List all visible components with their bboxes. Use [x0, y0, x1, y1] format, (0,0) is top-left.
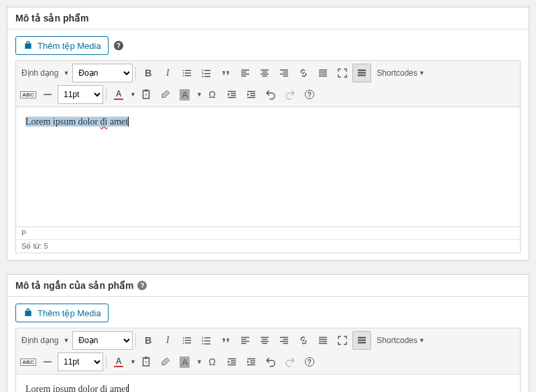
readmore-icon: [317, 67, 329, 79]
italic-button[interactable]: I: [158, 64, 177, 82]
quote-icon: [220, 334, 232, 346]
paste-text-button[interactable]: T: [137, 85, 155, 104]
bold-button[interactable]: B: [139, 331, 157, 350]
strikethrough-button[interactable]: ABC: [19, 352, 38, 371]
align-left-icon: [239, 334, 251, 346]
text-color-button[interactable]: A: [109, 85, 128, 104]
toolbar-toggle-icon: [356, 334, 368, 346]
hr-icon: [42, 88, 54, 101]
redo-button[interactable]: [281, 352, 299, 371]
font-size-select[interactable]: 11pt: [58, 85, 103, 104]
svg-rect-9: [358, 342, 366, 343]
paste-text-button[interactable]: T: [137, 352, 155, 371]
redo-button[interactable]: [281, 85, 299, 104]
shortcodes-button[interactable]: Shortcodes▼: [372, 64, 429, 82]
readmore-button[interactable]: [314, 64, 332, 82]
link-button[interactable]: [294, 331, 313, 350]
svg-text:T: T: [145, 93, 147, 97]
toolbar-toggle-button[interactable]: [352, 64, 371, 82]
readmore-button[interactable]: [314, 331, 332, 350]
svg-rect-7: [358, 337, 366, 338]
bg-color-button[interactable]: A: [176, 85, 194, 104]
link-button[interactable]: [294, 64, 313, 82]
shortcodes-button[interactable]: Shortcodes▼: [372, 331, 429, 350]
align-right-button[interactable]: [275, 331, 293, 350]
svg-rect-10: [44, 361, 52, 363]
special-char-button[interactable]: Ω: [203, 352, 222, 371]
font-size-select[interactable]: 11pt: [58, 352, 103, 371]
align-right-icon: [278, 334, 290, 346]
undo-button[interactable]: [261, 85, 280, 104]
align-center-button[interactable]: [255, 64, 274, 82]
help-icon[interactable]: ?: [137, 281, 147, 290]
quote-icon: [220, 67, 232, 79]
redo-icon: [284, 88, 296, 101]
svg-rect-12: [145, 357, 148, 359]
blockquote-button[interactable]: [216, 331, 235, 350]
strikethrough-button[interactable]: ABC: [19, 85, 38, 104]
outdent-icon: [226, 88, 238, 101]
clipboard-icon: T: [140, 88, 152, 101]
format-label: Định dạng: [19, 68, 61, 78]
toolbar-toggle-button[interactable]: [352, 331, 371, 350]
italic-button[interactable]: I: [158, 331, 177, 350]
editor-content-area[interactable]: Lorem ipsum dolor đi amet: [15, 107, 521, 227]
indent-icon: [245, 88, 257, 101]
product-description-panel: Mô tả sản phẩm Thêm tệp Media ? Định dạn…: [7, 7, 529, 261]
outdent-icon: [226, 356, 238, 368]
fullscreen-button[interactable]: [333, 64, 352, 82]
toolbar-toggle-icon: [356, 67, 368, 79]
editor-content-area[interactable]: Lorem ipsum dolor đi amet: [15, 374, 521, 392]
undo-button[interactable]: [261, 352, 280, 371]
align-left-button[interactable]: [236, 331, 255, 350]
bullet-list-icon: [181, 67, 193, 79]
panel-title: Mô tả sản phẩm: [15, 13, 88, 23]
add-media-label: Thêm tệp Media: [38, 308, 101, 318]
outdent-button[interactable]: [222, 85, 241, 104]
help-icon[interactable]: ?: [114, 41, 123, 50]
hr-icon: [42, 356, 54, 368]
align-center-icon: [259, 334, 271, 346]
link-icon: [297, 67, 310, 79]
bold-button[interactable]: B: [139, 64, 157, 82]
element-path[interactable]: P: [16, 227, 520, 239]
hr-button[interactable]: [38, 85, 57, 104]
text-color-button[interactable]: A: [109, 352, 128, 371]
hr-button[interactable]: [38, 352, 57, 371]
special-char-button[interactable]: Ω: [203, 85, 222, 104]
numbered-list-button[interactable]: [197, 331, 216, 350]
media-icon: [23, 40, 34, 51]
undo-icon: [265, 356, 277, 368]
add-media-button[interactable]: Thêm tệp Media: [15, 304, 109, 322]
keyboard-help-button[interactable]: ?: [300, 85, 319, 104]
numbered-list-icon: [200, 334, 212, 346]
add-media-button[interactable]: Thêm tệp Media: [15, 36, 109, 55]
svg-text:T: T: [145, 361, 147, 365]
word-count: Số từ: 5: [16, 239, 520, 253]
align-center-button[interactable]: [255, 331, 274, 350]
fullscreen-button[interactable]: [333, 331, 352, 350]
redo-icon: [284, 356, 296, 368]
paragraph-select[interactable]: Đoạn: [72, 331, 133, 350]
editor-footer: P Số từ: 5: [15, 227, 521, 253]
clear-format-button[interactable]: [156, 85, 175, 104]
svg-rect-2: [358, 74, 366, 76]
indent-button[interactable]: [242, 352, 261, 371]
align-left-button[interactable]: [236, 64, 255, 82]
align-right-button[interactable]: [275, 64, 293, 82]
bullet-list-button[interactable]: [178, 331, 196, 350]
numbered-list-button[interactable]: [197, 64, 216, 82]
bg-color-button[interactable]: A: [176, 352, 194, 371]
keyboard-help-button[interactable]: ?: [300, 352, 319, 371]
indent-button[interactable]: [242, 85, 261, 104]
eraser-icon: [159, 356, 172, 368]
outdent-button[interactable]: [222, 352, 241, 371]
bullet-list-icon: [181, 334, 193, 346]
panel-header: Mô tả ngắn của sản phẩm ?: [7, 275, 529, 297]
blockquote-button[interactable]: [216, 64, 235, 82]
paragraph-select[interactable]: Đoạn: [72, 64, 133, 82]
clear-format-button[interactable]: [156, 352, 175, 371]
bullet-list-button[interactable]: [178, 64, 196, 82]
readmore-icon: [317, 334, 329, 346]
svg-rect-1: [358, 72, 366, 74]
